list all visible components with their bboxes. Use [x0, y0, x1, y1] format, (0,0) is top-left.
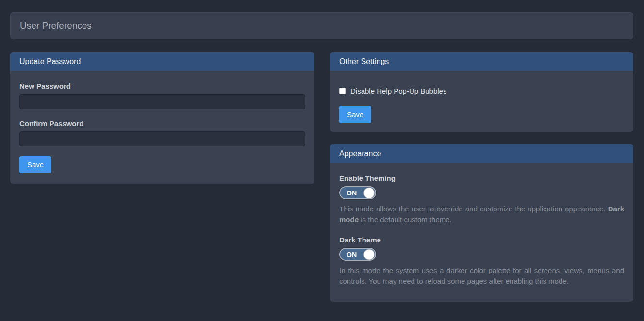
confirm-password-input[interactable] [19, 131, 305, 146]
page-title: User Preferences [20, 20, 92, 31]
appearance-title: Appearance [339, 149, 381, 158]
left-column: Update Password New Password Confirm Pas… [10, 52, 314, 184]
dark-theme-description: In this mode the system uses a darker co… [339, 265, 624, 287]
dark-theme-toggle-state: ON [347, 251, 357, 258]
appearance-header: Appearance [330, 144, 633, 163]
dark-theme-toggle-knob[interactable] [364, 249, 374, 259]
dark-theme-label: Dark Theme [339, 236, 624, 244]
enable-theming-toggle-state: ON [347, 189, 357, 197]
other-settings-save-button[interactable]: Save [339, 106, 371, 123]
new-password-group: New Password [19, 82, 305, 109]
new-password-input[interactable] [19, 94, 305, 109]
right-column: Other Settings Disable Help Pop-Up Bubbl… [330, 52, 633, 302]
update-password-body: New Password Confirm Password Save [10, 71, 314, 182]
update-password-save-button[interactable]: Save [19, 156, 51, 173]
enable-theming-description: This mode allows the user to override an… [339, 204, 624, 225]
enable-theming-setting: Enable Theming ON This mode allows the u… [339, 174, 624, 225]
other-settings-body: Disable Help Pop-Up Bubbles Save [330, 71, 633, 132]
content-columns: Update Password New Password Confirm Pas… [10, 52, 633, 302]
page-header-bar: User Preferences [10, 12, 633, 39]
enable-theming-desc-part1: This mode allows the user to override an… [339, 205, 608, 213]
disable-help-popups-checkbox[interactable] [339, 88, 346, 94]
dark-theme-toggle[interactable]: ON [339, 248, 376, 261]
confirm-password-group: Confirm Password [19, 119, 305, 146]
enable-theming-toggle[interactable]: ON [339, 186, 376, 199]
disable-help-popups-label: Disable Help Pop-Up Bubbles [350, 87, 446, 95]
update-password-title: Update Password [19, 57, 81, 66]
user-preferences-page: User Preferences Update Password New Pas… [0, 0, 644, 321]
update-password-header: Update Password [10, 52, 314, 71]
disable-help-popups-row[interactable]: Disable Help Pop-Up Bubbles [339, 87, 624, 95]
enable-theming-label: Enable Theming [339, 174, 624, 182]
appearance-panel: Appearance Enable Theming ON This mode a… [330, 144, 633, 302]
update-password-panel: Update Password New Password Confirm Pas… [10, 52, 314, 184]
other-settings-panel: Other Settings Disable Help Pop-Up Bubbl… [330, 52, 633, 132]
new-password-label: New Password [19, 82, 305, 90]
appearance-body: Enable Theming ON This mode allows the u… [330, 163, 633, 296]
enable-theming-toggle-knob[interactable] [364, 188, 374, 198]
enable-theming-desc-part2: is the default custom theme. [359, 215, 452, 224]
dark-theme-setting: Dark Theme ON In this mode the system us… [339, 236, 624, 287]
confirm-password-label: Confirm Password [19, 119, 305, 128]
other-settings-title: Other Settings [339, 57, 389, 66]
other-settings-header: Other Settings [330, 52, 633, 71]
